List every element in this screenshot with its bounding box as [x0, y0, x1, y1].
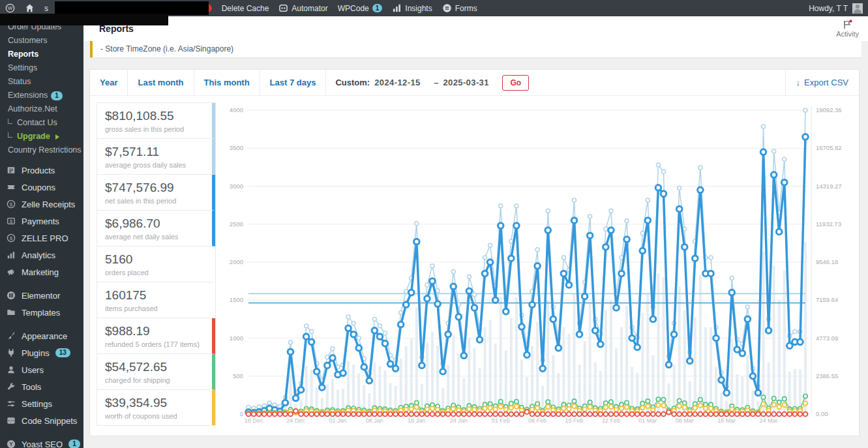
svg-text:16705.82: 16705.82: [816, 144, 842, 151]
sidebar-item-yoast-seo[interactable]: YYoast SEO1: [0, 436, 83, 448]
admin-bar-item-forms[interactable]: Forms: [442, 3, 477, 13]
svg-text:15 Feb: 15 Feb: [565, 417, 583, 424]
activity-flag-icon: [842, 20, 853, 29]
sidebar-item-payments[interactable]: $Payments: [0, 213, 83, 230]
sidebar-item-country-restrictions[interactable]: Country Restrictions: [0, 143, 83, 157]
admin-bar-item-delete-cache[interactable]: Delete Cache: [222, 4, 269, 13]
svg-text:1500: 1500: [230, 296, 243, 303]
sidebar-item-customers[interactable]: Customers: [0, 34, 83, 48]
sidebar: Order UpdatesCustomersReportsSettingsSta…: [0, 16, 83, 448]
sidebar-item-label: Templates: [22, 308, 60, 318]
sidebar-item-zelle-pro[interactable]: $ZELLE PRO: [0, 230, 83, 246]
admin-bar-item-label: Delete Cache: [222, 4, 269, 13]
sidebar-item-code-snippets[interactable]: </>Code Snippets: [0, 412, 83, 429]
sidebar-item-elementor[interactable]: Elementor: [0, 287, 83, 304]
tab-year[interactable]: Year: [90, 70, 128, 95]
sidebar-item-plugins[interactable]: Plugins13: [0, 344, 83, 361]
svg-text:2000: 2000: [230, 258, 243, 265]
marketing-icon: [7, 267, 16, 276]
svg-text:4000: 4000: [230, 106, 243, 113]
report-card: YearLast monthThis monthLast 7 days Cust…: [89, 69, 860, 436]
sidebar-item-label: Contact Us: [17, 116, 57, 130]
sales-chart[interactable]: 00.005002386.5510004773.0915007159.64200…: [220, 101, 858, 431]
sidebar-item-upgrade[interactable]: Upgrade: [0, 130, 83, 143]
svg-text:2500: 2500: [230, 220, 243, 228]
sidebar-item-label: Appearance: [22, 331, 67, 341]
admin-bar-item-s[interactable]: s: [44, 4, 48, 13]
svg-text:3500: 3500: [230, 144, 243, 151]
sidebar-item-status[interactable]: Status: [0, 75, 83, 89]
tab-this-month[interactable]: This month: [194, 70, 260, 95]
admin-bar-item-label: WPCode: [338, 4, 369, 13]
stat-value: 160175: [105, 288, 204, 303]
date-to-input[interactable]: [443, 78, 498, 87]
sidebar-item-users[interactable]: Users: [0, 361, 83, 378]
sidebar-item-tools[interactable]: Tools: [0, 378, 83, 395]
export-csv-button[interactable]: ↓ Export CSV: [785, 70, 859, 95]
stat-value: $39,354.95: [105, 396, 204, 410]
sidebar-item-label: Authorize.Net: [8, 102, 57, 116]
stat-charged-for-shipping: $54,572.65 charged for shipping: [97, 354, 215, 390]
forms-icon: [442, 3, 452, 13]
sidebar-item-analytics[interactable]: Analytics: [0, 246, 83, 263]
custom-range: Custom: – Go: [326, 70, 538, 95]
admin-bar-item-wordpress-icon[interactable]: W: [5, 3, 15, 13]
plugins-icon: [7, 348, 16, 357]
svg-text:16 Dec: 16 Dec: [245, 417, 263, 424]
stat-label: average net daily sales: [105, 233, 204, 241]
admin-bar-item-label: s: [44, 4, 48, 13]
count-badge: 1: [51, 91, 63, 100]
sidebar-item-contact-us[interactable]: Contact Us: [0, 116, 83, 130]
date-separator: –: [434, 78, 438, 87]
avatar[interactable]: [852, 3, 863, 14]
sidebar-item-label: Plugins: [22, 348, 50, 358]
sidebar-item-label: Tools: [22, 382, 41, 392]
tab-last-month[interactable]: Last month: [128, 70, 194, 95]
stat-average-net-daily-sales: $6,986.70 average net daily sales: [97, 211, 215, 246]
tab-last-7-days[interactable]: Last 7 days: [260, 70, 327, 95]
go-button[interactable]: Go: [502, 75, 529, 91]
sidebar-item-products[interactable]: Products: [0, 162, 83, 179]
svg-text:24 Jan: 24 Jan: [450, 417, 468, 424]
activity-button[interactable]: Activity: [836, 20, 859, 38]
svg-text:1000: 1000: [230, 335, 243, 342]
sidebar-item-coupons[interactable]: Coupons: [0, 179, 83, 196]
svg-text:9546.18: 9546.18: [816, 258, 838, 265]
stat-average-gross-daily-sales: $7,571.11 average gross daily sales: [97, 139, 215, 175]
range-tabs: YearLast monthThis monthLast 7 days: [90, 70, 326, 95]
sidebar-item-settings[interactable]: Settings: [0, 61, 83, 75]
admin-bar-account[interactable]: Howdy, T T: [809, 3, 863, 14]
sidebar-item-extensions[interactable]: Extensions1: [0, 89, 83, 102]
templates-icon: [7, 308, 16, 317]
page-header: Reports Activity: [83, 16, 868, 41]
sidebar-item-marketing[interactable]: Marketing: [0, 263, 83, 280]
sidebar-item-authorize-net[interactable]: Authorize.Net: [0, 102, 83, 116]
svg-text:19092.36: 19092.36: [816, 106, 842, 113]
svg-text:22 Feb: 22 Feb: [602, 417, 620, 424]
date-from-input[interactable]: [374, 78, 429, 87]
svg-text:W: W: [8, 5, 13, 11]
sidebar-item-settings[interactable]: Settings: [0, 395, 83, 412]
home-icon: [25, 3, 35, 13]
admin-bar-item-automator[interactable]: Automator: [278, 3, 327, 13]
svg-text:$: $: [10, 202, 13, 207]
svg-text:24 Mar: 24 Mar: [760, 417, 778, 424]
admin-bar-item-wpcode[interactable]: WPCode1: [338, 4, 383, 13]
stat-gross-sales-in-this-period: $810,108.55 gross sales in this period: [97, 103, 215, 139]
tree-connector-icon: [8, 132, 12, 138]
sidebar-item-reports[interactable]: Reports: [0, 48, 83, 61]
sidebar-item-templates[interactable]: Templates: [0, 304, 83, 321]
zelle-receipts-icon: $: [7, 200, 16, 209]
sidebar-item-label: Payments: [22, 217, 59, 226]
stat-label: gross sales in this period: [105, 125, 204, 133]
sidebar-item-label: Country Restrictions: [8, 143, 82, 157]
sidebar-item-zelle-receipts[interactable]: $Zelle Receipts: [0, 196, 83, 213]
code-icon: </>: [7, 416, 16, 425]
sidebar-item-appearance[interactable]: Appearance: [0, 327, 83, 344]
stat-label: charged for shipping: [105, 376, 204, 384]
admin-bar-item-insights[interactable]: Insights: [392, 3, 432, 13]
admin-bar-item-home-icon[interactable]: [25, 3, 35, 13]
tree-connector-icon: [8, 119, 12, 124]
stats-panel: $810,108.55 gross sales in this period$7…: [97, 102, 216, 426]
svg-text:$: $: [10, 218, 13, 224]
